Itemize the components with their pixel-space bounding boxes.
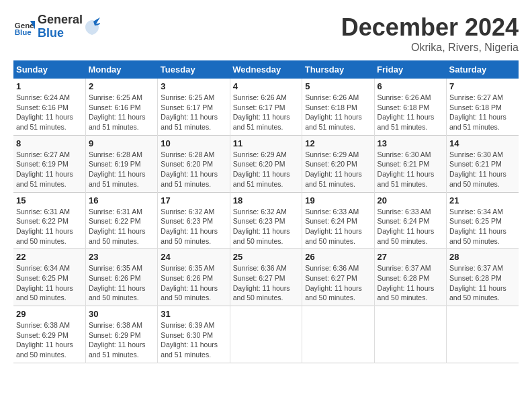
calendar-header-friday: Friday — [374, 60, 446, 79]
day-number: 26 — [305, 252, 371, 262]
calendar-cell: 17Sunrise: 6:32 AM Sunset: 6:23 PM Dayli… — [158, 192, 230, 249]
day-number: 18 — [233, 195, 299, 205]
day-number: 4 — [233, 81, 299, 91]
location-title: Okrika, Rivers, Nigeria — [341, 42, 519, 54]
calendar-cell: 4Sunrise: 6:26 AM Sunset: 6:17 PM Daylig… — [230, 79, 302, 135]
calendar-cell: 12Sunrise: 6:29 AM Sunset: 6:20 PM Dayli… — [302, 135, 374, 192]
calendar-cell: 29Sunrise: 6:38 AM Sunset: 6:29 PM Dayli… — [13, 306, 85, 363]
day-number: 25 — [233, 252, 299, 262]
calendar-cell: 20Sunrise: 6:33 AM Sunset: 6:24 PM Dayli… — [374, 192, 446, 249]
calendar-cell — [447, 306, 519, 363]
day-number: 13 — [378, 138, 443, 148]
day-info: Sunrise: 6:31 AM Sunset: 6:22 PM Dayligh… — [89, 207, 154, 246]
calendar-cell: 16Sunrise: 6:31 AM Sunset: 6:22 PM Dayli… — [85, 192, 157, 249]
calendar-cell: 9Sunrise: 6:28 AM Sunset: 6:19 PM Daylig… — [85, 135, 157, 192]
day-number: 29 — [16, 309, 83, 319]
calendar-cell: 13Sunrise: 6:30 AM Sunset: 6:21 PM Dayli… — [374, 135, 446, 192]
calendar-cell: 14Sunrise: 6:30 AM Sunset: 6:21 PM Dayli… — [447, 135, 519, 192]
calendar-week-1: 1Sunrise: 6:24 AM Sunset: 6:16 PM Daylig… — [13, 79, 519, 135]
day-number: 28 — [449, 252, 516, 262]
calendar-header-wednesday: Wednesday — [230, 60, 302, 79]
calendar-cell: 8Sunrise: 6:27 AM Sunset: 6:19 PM Daylig… — [13, 135, 85, 192]
svg-text:Blue: Blue — [15, 28, 32, 36]
day-info: Sunrise: 6:39 AM Sunset: 6:30 PM Dayligh… — [161, 320, 226, 360]
calendar-cell: 7Sunrise: 6:27 AM Sunset: 6:18 PM Daylig… — [447, 79, 519, 135]
day-info: Sunrise: 6:37 AM Sunset: 6:28 PM Dayligh… — [449, 263, 516, 303]
day-info: Sunrise: 6:34 AM Sunset: 6:25 PM Dayligh… — [16, 263, 83, 303]
calendar-week-3: 15Sunrise: 6:31 AM Sunset: 6:22 PM Dayli… — [13, 192, 519, 249]
day-number: 27 — [378, 252, 443, 262]
day-info: Sunrise: 6:24 AM Sunset: 6:16 PM Dayligh… — [16, 93, 83, 132]
day-info: Sunrise: 6:27 AM Sunset: 6:19 PM Dayligh… — [16, 150, 83, 189]
day-info: Sunrise: 6:26 AM Sunset: 6:18 PM Dayligh… — [305, 93, 371, 132]
calendar-cell: 26Sunrise: 6:36 AM Sunset: 6:27 PM Dayli… — [302, 249, 374, 306]
logo: General Blue General Blue — [13, 13, 100, 40]
logo-bird-icon — [84, 17, 100, 36]
day-info: Sunrise: 6:35 AM Sunset: 6:26 PM Dayligh… — [161, 263, 226, 303]
day-info: Sunrise: 6:27 AM Sunset: 6:18 PM Dayligh… — [449, 93, 516, 132]
day-info: Sunrise: 6:36 AM Sunset: 6:27 PM Dayligh… — [305, 263, 371, 303]
logo-icon: General Blue — [13, 16, 35, 38]
day-info: Sunrise: 6:33 AM Sunset: 6:24 PM Dayligh… — [305, 207, 371, 246]
day-number: 24 — [161, 252, 226, 262]
calendar-cell: 25Sunrise: 6:36 AM Sunset: 6:27 PM Dayli… — [230, 249, 302, 306]
day-info: Sunrise: 6:30 AM Sunset: 6:21 PM Dayligh… — [449, 150, 516, 189]
day-info: Sunrise: 6:38 AM Sunset: 6:29 PM Dayligh… — [89, 320, 154, 360]
day-info: Sunrise: 6:30 AM Sunset: 6:21 PM Dayligh… — [378, 150, 443, 189]
day-info: Sunrise: 6:36 AM Sunset: 6:27 PM Dayligh… — [233, 263, 299, 303]
day-info: Sunrise: 6:29 AM Sunset: 6:20 PM Dayligh… — [233, 150, 299, 189]
calendar-cell: 24Sunrise: 6:35 AM Sunset: 6:26 PM Dayli… — [158, 249, 230, 306]
day-number: 3 — [161, 81, 226, 91]
calendar-header-sunday: Sunday — [13, 60, 85, 79]
calendar-cell: 23Sunrise: 6:35 AM Sunset: 6:26 PM Dayli… — [85, 249, 157, 306]
day-number: 14 — [449, 138, 516, 148]
day-number: 19 — [305, 195, 371, 205]
day-info: Sunrise: 6:31 AM Sunset: 6:22 PM Dayligh… — [16, 207, 83, 246]
day-number: 21 — [449, 195, 516, 205]
calendar-week-4: 22Sunrise: 6:34 AM Sunset: 6:25 PM Dayli… — [13, 249, 519, 306]
calendar-cell: 11Sunrise: 6:29 AM Sunset: 6:20 PM Dayli… — [230, 135, 302, 192]
calendar-cell — [230, 306, 302, 363]
month-title: December 2024 — [341, 13, 519, 42]
calendar-cell: 15Sunrise: 6:31 AM Sunset: 6:22 PM Dayli… — [13, 192, 85, 249]
calendar-cell: 3Sunrise: 6:25 AM Sunset: 6:17 PM Daylig… — [158, 79, 230, 135]
day-info: Sunrise: 6:26 AM Sunset: 6:18 PM Dayligh… — [378, 93, 443, 132]
day-info: Sunrise: 6:33 AM Sunset: 6:24 PM Dayligh… — [378, 207, 443, 246]
calendar-header-row: SundayMondayTuesdayWednesdayThursdayFrid… — [13, 60, 519, 79]
day-info: Sunrise: 6:32 AM Sunset: 6:23 PM Dayligh… — [161, 207, 226, 246]
calendar-cell: 31Sunrise: 6:39 AM Sunset: 6:30 PM Dayli… — [158, 306, 230, 363]
day-number: 9 — [89, 138, 154, 148]
day-number: 6 — [378, 81, 443, 91]
calendar-cell — [374, 306, 446, 363]
page-header: General Blue General Blue December 2024 … — [13, 13, 519, 54]
day-info: Sunrise: 6:28 AM Sunset: 6:20 PM Dayligh… — [161, 150, 226, 189]
day-info: Sunrise: 6:29 AM Sunset: 6:20 PM Dayligh… — [305, 150, 371, 189]
day-number: 10 — [161, 138, 226, 148]
logo-blue: Blue — [38, 27, 83, 40]
calendar-cell: 30Sunrise: 6:38 AM Sunset: 6:29 PM Dayli… — [85, 306, 157, 363]
calendar-cell: 27Sunrise: 6:37 AM Sunset: 6:28 PM Dayli… — [374, 249, 446, 306]
day-info: Sunrise: 6:35 AM Sunset: 6:26 PM Dayligh… — [89, 263, 154, 303]
day-info: Sunrise: 6:32 AM Sunset: 6:23 PM Dayligh… — [233, 207, 299, 246]
calendar-header-monday: Monday — [85, 60, 157, 79]
calendar-body: 1Sunrise: 6:24 AM Sunset: 6:16 PM Daylig… — [13, 79, 519, 363]
calendar-cell: 19Sunrise: 6:33 AM Sunset: 6:24 PM Dayli… — [302, 192, 374, 249]
day-info: Sunrise: 6:25 AM Sunset: 6:16 PM Dayligh… — [89, 93, 154, 132]
calendar-cell: 22Sunrise: 6:34 AM Sunset: 6:25 PM Dayli… — [13, 249, 85, 306]
day-info: Sunrise: 6:37 AM Sunset: 6:28 PM Dayligh… — [378, 263, 443, 303]
day-number: 11 — [233, 138, 299, 148]
calendar-header-tuesday: Tuesday — [158, 60, 230, 79]
day-info: Sunrise: 6:25 AM Sunset: 6:17 PM Dayligh… — [161, 93, 226, 132]
calendar-week-5: 29Sunrise: 6:38 AM Sunset: 6:29 PM Dayli… — [13, 306, 519, 363]
logo-general: General — [38, 13, 83, 27]
day-number: 17 — [161, 195, 226, 205]
calendar-cell — [302, 306, 374, 363]
calendar-cell: 28Sunrise: 6:37 AM Sunset: 6:28 PM Dayli… — [447, 249, 519, 306]
day-number: 20 — [378, 195, 443, 205]
day-number: 15 — [16, 195, 83, 205]
day-number: 2 — [89, 81, 154, 91]
day-number: 5 — [305, 81, 371, 91]
calendar-cell: 6Sunrise: 6:26 AM Sunset: 6:18 PM Daylig… — [374, 79, 446, 135]
calendar-header-thursday: Thursday — [302, 60, 374, 79]
day-number: 1 — [16, 81, 83, 91]
